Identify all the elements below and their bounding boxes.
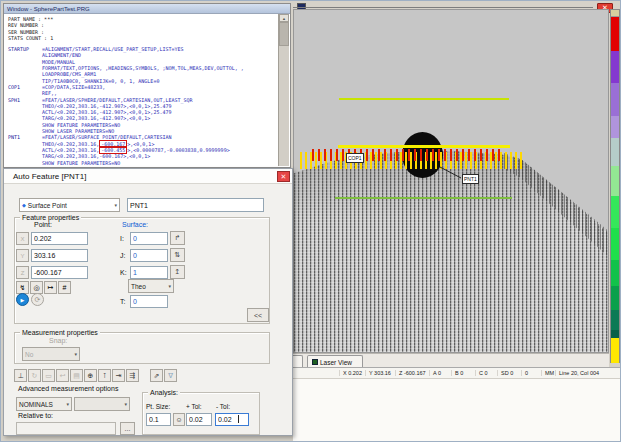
workspace-empty-area — [293, 378, 621, 441]
graphics-window-top-border — [293, 7, 593, 8]
y-value-input[interactable] — [31, 249, 88, 262]
chevron-down-icon: ▾ — [124, 401, 127, 407]
snap-value: No — [25, 351, 33, 358]
deviation-color-scale — [610, 9, 620, 363]
tab-laser-view-label: Laser View — [320, 359, 352, 366]
editor-scrollbar[interactable]: ▲ — [278, 14, 289, 166]
chevron-down-icon: ▾ — [168, 283, 171, 289]
edit-window: Window - SpherePartTest.PRG PART NAME : … — [3, 3, 291, 168]
scan-toolbar-icon[interactable]: ∇ — [164, 369, 177, 382]
nominals-value: NOMINALS — [19, 401, 53, 408]
color-scale-segment — [611, 116, 619, 138]
status-field: C 0 — [475, 370, 497, 376]
measurement-toolbar-icon[interactable]: ⇶ — [126, 369, 139, 382]
laser-view-canvas[interactable]: COP1 PNT1 — [293, 9, 609, 353]
minus-tol-input[interactable] — [215, 413, 249, 426]
plus-tol-input[interactable] — [186, 413, 212, 426]
annotation-leader-lines — [294, 10, 609, 353]
theo-dropdown[interactable]: Theo ▾ — [128, 279, 174, 293]
color-scale-segment — [611, 51, 619, 83]
status-field: Y 303.16 — [365, 370, 395, 376]
feature-toggle-icon[interactable]: # — [58, 281, 71, 294]
minus-tol-label: - Tol: — [216, 403, 230, 410]
surface-label: Surface: — [122, 221, 148, 228]
code-line: SHOW FEATURE PARAMETERS=NO — [8, 160, 278, 166]
color-scale-segment — [611, 338, 619, 363]
surface-point-icon: ◆ — [22, 202, 26, 208]
nominals-dropdown[interactable]: NOMINALS ▾ — [16, 397, 72, 411]
edit-window-titlebar[interactable]: Window - SpherePartTest.PRG — [4, 4, 290, 14]
pt-size-toggle-icon[interactable]: ⊙ — [173, 413, 185, 426]
text-caret — [238, 415, 239, 423]
pt-size-label: Pt. Size: — [146, 403, 170, 410]
i-label: I: — [120, 235, 124, 242]
x-axis-button[interactable]: X — [16, 232, 29, 245]
status-field: SD 0 — [497, 370, 521, 376]
cop1-label[interactable]: COP1 — [346, 153, 364, 163]
relative-to-input[interactable] — [16, 422, 116, 435]
t-label: T: — [120, 298, 125, 305]
status-field: 0 — [521, 370, 541, 376]
measurement-toolbar-icon[interactable]: ▭ — [42, 369, 55, 382]
measurement-toolbar-icon[interactable]: ⊕ — [84, 369, 97, 382]
laser-view-icon — [312, 359, 318, 365]
color-scale-segment — [611, 17, 619, 51]
k-label: K: — [120, 269, 127, 276]
feature-name-input[interactable] — [127, 198, 264, 212]
measurement-toolbar-icon[interactable]: ⊺ — [98, 369, 111, 382]
measurement-toolbar-icon[interactable]: ⊥ — [14, 369, 27, 382]
color-scale-segment — [611, 330, 619, 338]
snap-label: Snap: — [49, 337, 67, 344]
chevron-down-icon: ▾ — [74, 351, 77, 357]
regenerate-icon[interactable]: ⟳ — [31, 293, 44, 306]
status-field: B 0 — [451, 370, 475, 376]
i-value-input[interactable] — [130, 232, 168, 245]
pnt1-label[interactable]: PNT1 — [462, 174, 479, 184]
x-value-input[interactable] — [31, 232, 88, 245]
color-scale-segment — [611, 83, 619, 116]
collapse-button[interactable]: << — [247, 308, 269, 322]
chevron-down-icon: ▾ — [114, 202, 117, 208]
j-vector-icon[interactable]: ⇅ — [170, 248, 185, 262]
scrollbar-thumb[interactable] — [279, 22, 289, 46]
color-scale-segment — [611, 228, 619, 260]
close-icon[interactable]: ✕ — [277, 171, 290, 182]
nominals-mode-dropdown[interactable]: ▾ — [74, 397, 130, 411]
pt-size-input[interactable] — [146, 413, 171, 426]
y-axis-button[interactable]: Y — [16, 249, 29, 262]
view-tab-bar: View Laser View — [293, 353, 609, 367]
scroll-up-icon[interactable]: ▲ — [279, 14, 289, 22]
k-value-input[interactable] — [130, 266, 168, 279]
app-window: Window - SpherePartTest.PRG PART NAME : … — [0, 0, 621, 442]
plus-tol-label: + Tol: — [186, 403, 202, 410]
theo-value: Theo — [131, 283, 146, 290]
feature-type-dropdown[interactable]: ◆ Surface Point ▾ — [19, 198, 120, 212]
measurement-toolbar-icon[interactable]: ↩ — [56, 369, 69, 382]
color-scale-segment — [611, 166, 619, 196]
z-axis-button[interactable]: Z — [16, 266, 29, 279]
snap-dropdown[interactable]: No ▾ — [22, 347, 80, 361]
k-vector-icon[interactable]: ↥ — [170, 265, 185, 279]
analysis-label: Analysis: — [148, 389, 180, 397]
scan-toolbar-icon[interactable]: ⇗ — [150, 369, 163, 382]
feature-toggle-icon[interactable]: ↦ — [44, 281, 57, 294]
status-field: MM — [541, 370, 555, 376]
j-value-input[interactable] — [130, 249, 168, 262]
relative-to-label: Relative to: — [18, 412, 53, 419]
color-scale-header — [611, 10, 619, 17]
feature-type-value: Surface Point — [28, 202, 67, 209]
measurement-toolbar-icon[interactable]: ▤ — [70, 369, 83, 382]
measurement-toolbar-icon[interactable]: ⇥ — [112, 369, 125, 382]
measurement-toolbar-icon[interactable]: ↻ — [28, 369, 41, 382]
i-vector-icon[interactable]: ↱ — [170, 231, 185, 245]
t-value-input[interactable] — [130, 295, 168, 308]
status-field: Z -600.167 — [395, 370, 429, 376]
measure-play-icon[interactable]: ▶ — [16, 293, 29, 306]
browse-button[interactable]: ... — [120, 422, 135, 435]
color-scale-segment — [611, 260, 619, 286]
dialog-title[interactable]: Auto Feature [PNT1] — [4, 169, 292, 184]
point-label: Point: — [34, 221, 52, 228]
z-value-input[interactable] — [31, 266, 88, 279]
code-editor[interactable]: PART NAME : ***REV NUMBER :SER NUMBER :S… — [5, 14, 278, 166]
chevron-down-icon: ▾ — [66, 401, 69, 407]
